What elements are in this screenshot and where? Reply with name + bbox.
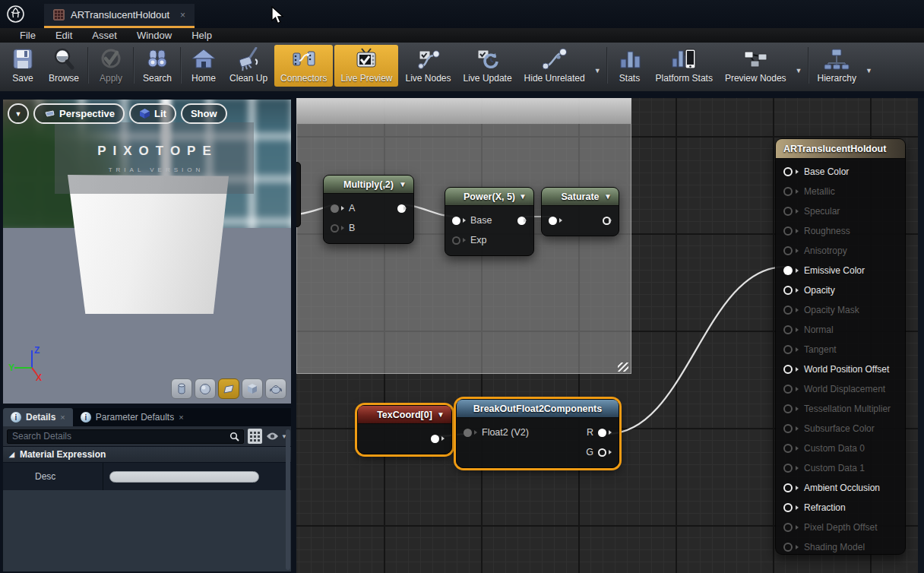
preview-viewport[interactable]: PIXOTOPE TRIAL VERSION ▼ Perspective Lit xyxy=(2,98,293,405)
live-update-button[interactable]: Live Update xyxy=(457,44,518,87)
live-preview-button[interactable]: Live Preview xyxy=(334,45,398,87)
menu-item[interactable]: Edit xyxy=(46,30,81,41)
pin-multiply-b[interactable]: B xyxy=(324,218,413,238)
material-pin-row[interactable]: Subsurface Color xyxy=(776,419,905,438)
material-pin-row[interactable]: Pixel Depth Offset xyxy=(776,518,905,537)
search-input[interactable] xyxy=(8,431,243,442)
material-pin-row[interactable]: Opacity Mask xyxy=(776,300,905,320)
menu-item[interactable]: Help xyxy=(182,30,221,41)
clean-up-button[interactable]: Clean Up xyxy=(223,44,274,87)
node-saturate[interactable]: Saturate▼ xyxy=(541,187,619,236)
chevron-down-icon[interactable]: ▼ xyxy=(519,192,527,201)
node-breakout-float2[interactable]: BreakOutFloat2Components Float2 (V2) R G xyxy=(456,399,619,468)
pin-breakout-r[interactable]: R xyxy=(587,427,612,438)
material-pin-row[interactable]: Custom Data 0 xyxy=(776,438,905,458)
material-pin-row[interactable]: Ambient Occlusion xyxy=(776,478,905,498)
chevron-down-icon[interactable]: ▼ xyxy=(591,67,604,74)
search-icon xyxy=(144,47,171,71)
chevron-down-icon[interactable]: ▼ xyxy=(604,192,612,201)
pin-saturate-out[interactable] xyxy=(603,217,612,225)
material-pin-row[interactable]: Base Color xyxy=(776,162,905,182)
shape-teapot-button[interactable] xyxy=(265,378,286,399)
material-pin-row[interactable]: World Displacement xyxy=(776,379,905,399)
chevron-down-icon[interactable]: ▼ xyxy=(862,67,875,74)
save-button[interactable]: Save xyxy=(3,44,43,87)
stats-button[interactable]: Stats xyxy=(610,44,650,87)
chevron-down-icon[interactable]: ▼ xyxy=(793,67,805,74)
material-pin-row[interactable]: Opacity xyxy=(776,280,905,300)
shape-sphere-button[interactable] xyxy=(195,378,216,399)
viewport-options-button[interactable]: ▼ xyxy=(8,103,29,124)
pin-multiply-a[interactable]: A xyxy=(324,198,413,218)
tab-parameter-defaults[interactable]: i Parameter Defaults × xyxy=(73,408,191,426)
comment-title-bar[interactable] xyxy=(296,98,631,124)
browse-icon xyxy=(50,47,78,71)
pin-power-exp[interactable]: Exp xyxy=(445,230,533,250)
search-details-field[interactable] xyxy=(7,429,244,444)
close-icon[interactable]: × xyxy=(60,413,65,422)
offscreen-node-edge[interactable] xyxy=(296,162,301,227)
category-material-expression[interactable]: ◢ Material Expression xyxy=(3,446,291,463)
lit-button[interactable]: Lit xyxy=(129,103,176,124)
pin-power-base[interactable]: Base xyxy=(445,211,533,230)
perspective-button[interactable]: Perspective xyxy=(33,103,125,124)
material-pin-row[interactable]: Emissive Color xyxy=(776,261,905,280)
asset-tab[interactable]: ARTranslucentHoldout × xyxy=(44,4,195,28)
close-icon[interactable]: × xyxy=(179,413,183,422)
shape-cylinder-button[interactable] xyxy=(171,378,192,399)
info-icon: i xyxy=(81,412,91,423)
node-material-result[interactable]: ARTranslucentHoldout Base Color Metallic… xyxy=(775,138,906,555)
material-pin-row[interactable]: Roughness xyxy=(776,221,905,241)
property-matrix-button[interactable] xyxy=(248,429,262,444)
platform-stats-button[interactable]: Platform Stats xyxy=(650,44,719,87)
preview-nodes-button[interactable]: Preview Nodes xyxy=(719,44,793,87)
browse-button[interactable]: Browse xyxy=(43,44,85,87)
pin-multiply-out[interactable] xyxy=(397,204,407,213)
menu-item[interactable]: Asset xyxy=(83,30,126,41)
pin-power-out[interactable] xyxy=(517,217,527,225)
material-pin-row[interactable]: Shading Model xyxy=(776,537,905,557)
hierarchy-button[interactable]: Hierarchy xyxy=(812,44,862,87)
material-graph-canvas[interactable]: Multiply(,2)▼ A B Power(X, 5)▼ Base xyxy=(296,98,924,573)
tab-details[interactable]: i Details × xyxy=(3,408,73,426)
desc-input[interactable] xyxy=(109,471,259,483)
node-power[interactable]: Power(X, 5)▼ Base Exp xyxy=(445,187,534,256)
shape-cube-button[interactable] xyxy=(242,378,263,399)
comment-resize-grip[interactable] xyxy=(618,362,628,372)
node-texcoord[interactable]: TexCoord[0]▼ xyxy=(357,405,452,454)
material-pin-row[interactable]: Tessellation Multiplier xyxy=(776,399,905,419)
hide-unrelated-icon xyxy=(541,47,568,71)
toolbar-separator xyxy=(606,47,608,84)
connectors-button[interactable]: Connectors xyxy=(274,45,333,87)
show-button[interactable]: Show xyxy=(181,103,227,124)
grid-icon xyxy=(250,432,260,442)
apply-button[interactable]: Apply xyxy=(91,44,131,87)
menu-item[interactable]: Window xyxy=(128,30,181,41)
material-pin-row[interactable]: Specular xyxy=(776,201,905,221)
hide-unrelated-button[interactable]: Hide Unrelated xyxy=(518,44,591,87)
pin-texcoord-out[interactable] xyxy=(358,429,451,448)
search-button[interactable]: Search xyxy=(137,44,178,87)
title-bar: ARTranslucentHoldout × xyxy=(0,0,924,28)
material-pin-row[interactable]: Metallic xyxy=(776,182,905,201)
live-nodes-button[interactable]: Live Nodes xyxy=(399,44,457,87)
chevron-down-icon[interactable]: ▼ xyxy=(437,410,445,419)
material-pin-row[interactable]: World Position Offset xyxy=(776,359,905,379)
details-scrollbar[interactable] xyxy=(286,429,290,570)
material-pin-row[interactable]: Normal xyxy=(776,320,905,340)
menu-item[interactable]: File xyxy=(11,30,45,41)
view-options-button[interactable]: ▼ xyxy=(266,432,287,441)
shape-plane-button[interactable] xyxy=(218,378,239,399)
material-pin-row[interactable]: Anisotropy xyxy=(776,241,905,261)
pin-breakout-float2-in[interactable]: Float2 (V2) R xyxy=(457,423,619,442)
material-pin-row[interactable]: Custom Data 1 xyxy=(776,458,905,478)
node-multiply[interactable]: Multiply(,2)▼ A B xyxy=(323,175,414,244)
material-pin-row[interactable]: Refraction xyxy=(776,498,905,518)
material-pin-row[interactable]: Tangent xyxy=(776,340,905,359)
chevron-down-icon[interactable]: ▼ xyxy=(399,180,407,188)
toolbar: Save Browse Apply xyxy=(0,43,924,94)
tab-close-icon[interactable]: × xyxy=(180,10,185,21)
pin-saturate-in[interactable] xyxy=(542,211,619,230)
home-button[interactable]: Home xyxy=(184,44,223,87)
pin-breakout-g[interactable]: G xyxy=(457,442,619,462)
